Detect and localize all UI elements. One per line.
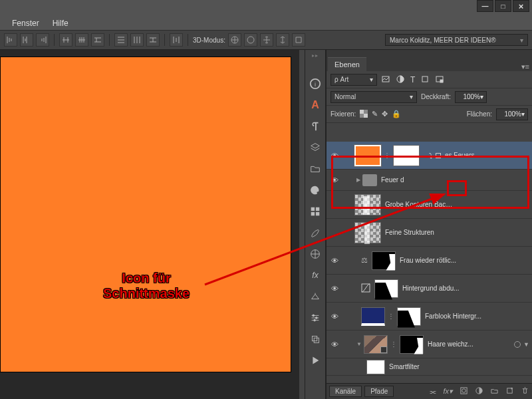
layer-name[interactable]: es Feuers (441, 152, 474, 159)
dist-icon[interactable] (170, 33, 183, 47)
disclosure-icon[interactable]: ▼ (354, 341, 364, 347)
eye-icon[interactable]: 👁 (328, 285, 341, 293)
palette-icon[interactable] (308, 183, 323, 198)
dist-icon[interactable] (114, 33, 128, 47)
user-dropdown[interactable]: Marco Kolditz, MEER DER IDEEN®▾ (385, 34, 528, 46)
lock-all-icon[interactable]: 🔒 (392, 110, 401, 118)
layer-thumb[interactable] (354, 145, 381, 166)
lock-trans-icon[interactable] (360, 110, 368, 119)
layer-thumb[interactable] (364, 335, 388, 354)
folder-icon[interactable] (308, 162, 323, 176)
layer-thumb[interactable] (361, 307, 385, 326)
properties-icon[interactable] (308, 311, 323, 325)
menu-hilfe[interactable]: Hilfe (53, 19, 68, 28)
filter-image-icon[interactable] (381, 74, 390, 85)
mask-thumb[interactable] (372, 251, 396, 270)
layer-row[interactable]: 👁 Hintergrund abdu... (327, 275, 532, 303)
layer-row[interactable]: 👁 ▶ Feuer d (327, 170, 532, 191)
brush-icon[interactable] (308, 225, 323, 240)
align-icon[interactable] (4, 33, 17, 47)
mask-icon[interactable] (460, 386, 468, 396)
link-icon[interactable]: ⫘ (429, 388, 436, 396)
dist-icon[interactable] (59, 33, 72, 47)
actions-icon[interactable] (308, 353, 323, 368)
minimize-button[interactable]: — (477, 0, 493, 12)
group-icon[interactable] (490, 386, 499, 396)
mask-thumb[interactable] (397, 307, 421, 326)
blend-dropdown[interactable]: Normal▾ (331, 91, 417, 103)
3d-roll-icon[interactable] (244, 33, 257, 47)
3d-rotate-icon[interactable] (228, 33, 241, 47)
layer-row[interactable]: Grobe Konturen Backup (327, 191, 532, 219)
layer-name[interactable]: Haare weichz... (424, 340, 473, 348)
trash-icon[interactable] (521, 386, 529, 396)
3d-scale-icon[interactable] (292, 33, 305, 47)
filter-text-icon[interactable]: T (410, 75, 415, 84)
3d-slide-icon[interactable] (276, 33, 289, 47)
scale-icon[interactable] (308, 289, 323, 304)
mask-thumb[interactable] (400, 335, 424, 354)
layer-thumb[interactable] (354, 222, 381, 243)
panel-menu-icon[interactable]: ▾≡ (521, 63, 529, 71)
eye-icon[interactable]: 👁 (328, 152, 341, 160)
layer-row[interactable]: 👁 ⋮ ⤵ es Feuers (327, 142, 532, 170)
layer-row[interactable]: Smartfilter (327, 358, 532, 376)
layer-name[interactable]: Farblook Hintergr... (421, 313, 481, 320)
layer-row[interactable]: 👁 ▼ ⋮ Haare weichz... ▼ (327, 331, 532, 358)
info-icon[interactable]: i (308, 76, 323, 91)
swatches-icon[interactable] (308, 204, 323, 219)
lock-brush-icon[interactable]: ✎ (372, 110, 378, 118)
fill-field[interactable]: 100% ▾ (496, 108, 528, 120)
eye-icon[interactable]: 👁 (328, 340, 341, 348)
layer-name[interactable]: Frau wieder rötlic... (396, 257, 456, 264)
eye-icon[interactable]: 👁 (328, 176, 341, 184)
tab-pfade[interactable]: Pfade (364, 386, 394, 397)
layer-name[interactable]: Feuer d (377, 176, 404, 184)
filter-adjust-icon[interactable] (396, 74, 405, 85)
filter-smart-icon[interactable] (435, 74, 444, 85)
styles-icon[interactable]: fx (308, 268, 323, 283)
dist-icon[interactable] (130, 33, 144, 47)
layer-row[interactable]: 👁 ⚖ Frau wieder rötlic... (327, 247, 532, 275)
3d-pan-icon[interactable] (260, 33, 273, 47)
lock-move-icon[interactable]: ✥ (382, 110, 388, 118)
mask-thumb[interactable] (374, 279, 398, 298)
maximize-button[interactable]: □ (495, 0, 511, 12)
layer-thumb[interactable] (354, 194, 381, 215)
fill-label: Flächen: (467, 110, 492, 118)
layer-name[interactable]: Feine Strukturen (381, 229, 434, 236)
opacity-field[interactable]: 100% ▾ (455, 91, 487, 103)
fx-icon[interactable]: fx▾ (443, 387, 453, 396)
layer-row[interactable]: 👁 ⋮ Farblook Hintergr... (327, 303, 532, 331)
menu-fenster[interactable]: Fenster (12, 19, 39, 28)
disclosure-icon[interactable]: ▶ (354, 177, 362, 183)
dist-icon[interactable] (146, 33, 160, 47)
adjustment-icon[interactable] (475, 386, 483, 396)
mask-thumb[interactable] (393, 145, 420, 166)
eye-icon[interactable]: 👁 (328, 313, 341, 321)
align-icon[interactable] (20, 33, 33, 47)
new-layer-icon[interactable] (505, 386, 514, 396)
tab-ebenen[interactable]: Ebenen (328, 57, 366, 71)
layer-row[interactable]: Feine Strukturen (327, 219, 532, 247)
layer-name[interactable]: Smartfilter (385, 363, 420, 370)
folder-thumb[interactable] (362, 174, 377, 186)
close-button[interactable]: × (513, 0, 529, 12)
align-icon[interactable] (36, 33, 49, 47)
text-panel-icon[interactable]: A (308, 98, 323, 112)
smartfilter-thumb[interactable] (366, 360, 385, 374)
layer-name[interactable]: Hintergrund abdu... (398, 285, 460, 292)
layers-icon[interactable] (308, 140, 323, 155)
canvas[interactable] (0, 57, 291, 372)
adjust-icon[interactable] (308, 247, 323, 261)
layers-panel: Ebenen ▾≡ ρ Art▾ T Normal▾ Deckkraft: 10… (326, 50, 532, 399)
layer-name[interactable]: Grobe Konturen Backup (381, 201, 454, 208)
dist-icon[interactable] (75, 33, 88, 47)
tab-kanaele[interactable]: Kanäle (329, 386, 362, 397)
dist-icon[interactable] (91, 33, 104, 47)
filter-kind-dropdown[interactable]: ρ Art▾ (331, 74, 377, 86)
paragraph-icon[interactable] (308, 119, 323, 134)
filter-shape-icon[interactable] (420, 74, 430, 85)
eye-icon[interactable]: 👁 (328, 257, 341, 265)
clone-icon[interactable] (308, 332, 323, 346)
